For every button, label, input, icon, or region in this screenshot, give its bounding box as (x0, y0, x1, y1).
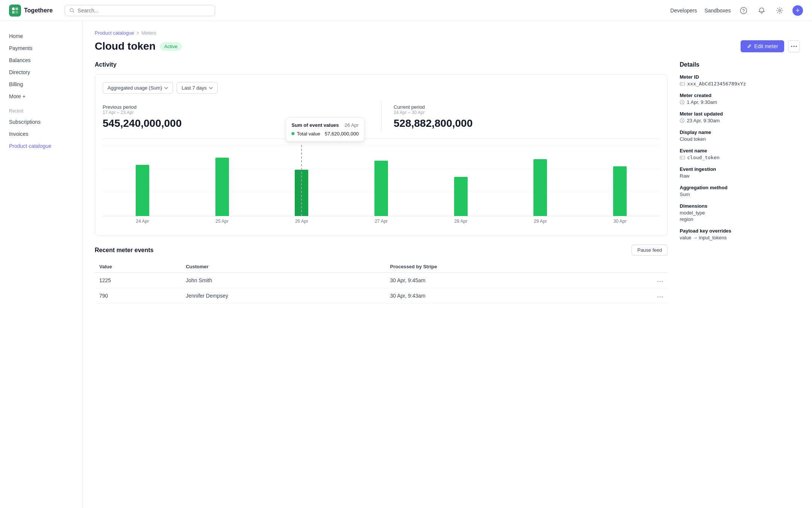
chart-bar (136, 165, 149, 216)
breadcrumb-separator: > (136, 30, 139, 36)
aggregation-filter-label: Aggregated usage (Sum) (108, 85, 162, 91)
event-ingestion-label: Event ingestion (680, 166, 800, 172)
tooltip-value: 57,620,000,000 (325, 131, 359, 137)
chart-bar-group[interactable] (421, 145, 501, 216)
event-id-icon (680, 156, 685, 160)
sidebar-item-label: Invoices (9, 131, 28, 137)
chart-label: 25 Apr (182, 216, 262, 224)
meter-created-value: 1 Apr, 9:30am (680, 99, 800, 105)
tooltip-label: Total value (297, 131, 320, 137)
sidebar-item-balances[interactable]: Balances (0, 54, 82, 66)
col-value: Value (95, 261, 181, 273)
detail-meter-id: Meter ID xxx_AbCd123456789xYz (680, 74, 800, 87)
svg-point-8 (791, 46, 792, 47)
dimension-item: model_type (680, 210, 800, 216)
sidebar-item-label: Subscriptions (9, 119, 41, 125)
cell-value: 790 (95, 288, 181, 304)
sidebar-item-more[interactable]: More + (0, 90, 82, 102)
tooltip-title: Sum of event values (292, 122, 339, 128)
chart-bar (295, 170, 308, 216)
chart-bar-group[interactable] (501, 145, 580, 216)
aggregation-filter[interactable]: Aggregated usage (Sum) (103, 82, 173, 94)
search-bar[interactable] (65, 5, 215, 16)
sidebar-item-home[interactable]: Home (0, 30, 82, 42)
svg-point-10 (796, 46, 797, 47)
stats-row: Previous period 17 Apr – 23 Apr 545,240,… (103, 101, 660, 139)
details-title: Details (680, 61, 800, 68)
header-actions: Edit meter (741, 40, 800, 52)
period-filter[interactable]: Last 7 days (177, 82, 218, 94)
chart-container: Sum of event values 26 Apr Total value 5… (103, 145, 660, 228)
sidebar-item-invoices[interactable]: Invoices (0, 128, 82, 140)
chart-area: Sum of event values 26 Apr Total value 5… (103, 145, 660, 216)
payload-overrides-value: value → input_tokens (680, 235, 800, 240)
curr-period-value: 528,882,800,000 (394, 117, 654, 129)
logo-area[interactable]: Togethere (9, 5, 53, 17)
table-row[interactable]: 790 Jennifer Dempsey 30 Apr, 9:43am (95, 288, 668, 304)
svg-point-7 (779, 9, 781, 11)
sidebar-item-label: Payments (9, 45, 32, 51)
detail-meter-created: Meter created 1 Apr, 9:30am (680, 93, 800, 105)
search-input[interactable] (77, 8, 210, 14)
prev-period-range: 17 Apr – 23 Apr (103, 110, 375, 115)
chart-bar (215, 158, 229, 216)
tooltip-row: Total value 57,620,000,000 (292, 131, 359, 137)
detail-event-name: Event name cloud_token (680, 148, 800, 160)
row-actions[interactable] (608, 273, 668, 288)
chart-label: 28 Apr (421, 216, 501, 224)
curr-period-range: 24 Apr – 30 Apr (394, 110, 654, 115)
row-ellipsis-icon (657, 281, 663, 282)
more-options-button[interactable] (788, 40, 800, 52)
tooltip-date: 26 Apr (345, 122, 359, 128)
sidebar: Home Payments Balances Directory Billing… (0, 21, 83, 508)
sidebar-item-billing[interactable]: Billing (0, 78, 82, 90)
pause-feed-button[interactable]: Pause feed (632, 245, 668, 256)
chart-bar-group[interactable] (341, 145, 421, 216)
chart-label: 30 Apr (580, 216, 660, 224)
details-panel: Details Meter ID xxx_AbCd123456789xYz Me… (680, 61, 800, 304)
main-content: Product catalogue > Meters Cloud token A… (83, 21, 812, 508)
sidebar-item-label: Balances (9, 57, 31, 63)
chart-tooltip: Sum of event values 26 Apr Total value 5… (286, 117, 365, 141)
notifications-icon[interactable] (756, 5, 767, 16)
settings-icon[interactable] (774, 5, 785, 16)
svg-rect-1 (15, 8, 18, 10)
chart-bar (374, 161, 388, 216)
chart-bar-group[interactable] (103, 145, 182, 216)
sidebar-item-directory[interactable]: Directory (0, 66, 82, 78)
add-button[interactable]: + (792, 5, 803, 16)
svg-point-15 (660, 297, 661, 298)
chart-bar-group[interactable] (580, 145, 660, 216)
row-actions[interactable] (608, 288, 668, 304)
sandboxes-link[interactable]: Sandboxes (704, 8, 731, 14)
sidebar-item-product-catalogue[interactable]: Product catalogue (0, 140, 82, 152)
cell-processed: 30 Apr, 9:43am (385, 288, 608, 304)
breadcrumb-current: Meters (141, 30, 156, 36)
svg-point-12 (660, 281, 661, 282)
chart-bar-group[interactable] (182, 145, 262, 216)
event-name-label: Event name (680, 148, 800, 154)
sidebar-item-label: More + (9, 93, 26, 99)
chart-label: 24 Apr (103, 216, 182, 224)
help-icon[interactable] (738, 5, 749, 16)
edit-meter-button[interactable]: Edit meter (741, 40, 784, 52)
chart-bars: Sum of event values 26 Apr Total value 5… (103, 145, 660, 216)
svg-point-5 (741, 7, 747, 14)
svg-point-14 (657, 297, 659, 298)
meter-id-value: xxx_AbCd123456789xYz (680, 81, 800, 87)
cell-processed: 30 Apr, 9:45am (385, 273, 608, 288)
display-name-label: Display name (680, 129, 800, 135)
chart-bar-group[interactable]: Sum of event values 26 Apr Total value 5… (262, 145, 341, 216)
svg-point-6 (743, 12, 744, 12)
recent-section-label: Recent (0, 102, 82, 116)
developers-link[interactable]: Developers (670, 8, 697, 14)
page-title: Cloud token (95, 40, 156, 52)
sidebar-item-label: Home (9, 33, 23, 39)
table-row[interactable]: 1225 John Smith 30 Apr, 9:45am (95, 273, 668, 288)
app-layout: Home Payments Balances Directory Billing… (0, 21, 812, 508)
sidebar-item-subscriptions[interactable]: Subscriptions (0, 116, 82, 128)
breadcrumb-parent[interactable]: Product catalogue (95, 30, 134, 36)
sidebar-item-payments[interactable]: Payments (0, 42, 82, 54)
cell-customer: John Smith (181, 273, 385, 288)
chart-label: 26 Apr (262, 216, 341, 224)
